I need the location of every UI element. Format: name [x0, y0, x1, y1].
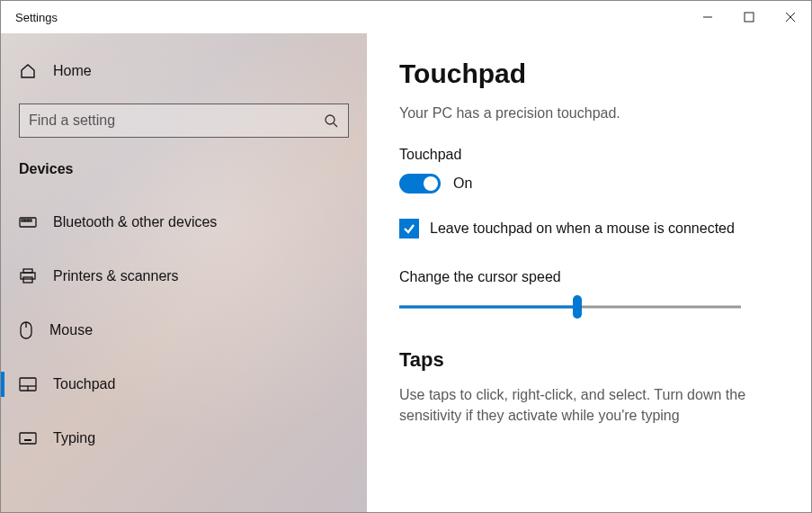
sidebar-item-touchpad[interactable]: Touchpad [1, 357, 367, 411]
toggle-knob [424, 176, 438, 191]
devices-icon [19, 215, 37, 230]
main-panel: Touchpad Your PC has a precision touchpa… [367, 33, 811, 512]
sidebar-item-label: Bluetooth & other devices [53, 214, 217, 230]
close-button[interactable] [770, 3, 811, 32]
touchpad-toggle[interactable] [399, 174, 441, 194]
sidebar-item-label: Touchpad [53, 376, 115, 392]
slider-thumb[interactable] [573, 295, 582, 319]
home-label: Home [53, 63, 92, 79]
sidebar-item-label: Mouse [49, 322, 93, 338]
svg-rect-18 [20, 433, 36, 444]
cursor-speed-label: Change the cursor speed [399, 269, 779, 285]
sidebar-item-label: Printers & scanners [53, 268, 179, 284]
sidebar-item-mouse[interactable]: Mouse [1, 303, 367, 357]
svg-point-4 [326, 115, 335, 124]
titlebar: Settings [1, 1, 811, 33]
sidebar-item-label: Typing [53, 430, 95, 446]
sidebar-item-printers[interactable]: Printers & scanners [1, 249, 367, 303]
search-container [19, 104, 349, 138]
category-title: Devices [1, 150, 367, 195]
svg-rect-12 [23, 277, 32, 283]
svg-rect-9 [29, 220, 31, 221]
sidebar-item-typing[interactable]: Typing [1, 411, 367, 465]
svg-rect-8 [25, 220, 28, 221]
search-icon [324, 113, 338, 128]
touchpad-icon [19, 377, 37, 392]
svg-rect-7 [22, 220, 24, 221]
leave-touchpad-checkbox[interactable] [399, 219, 419, 238]
leave-touchpad-label: Leave touchpad on when a mouse is connec… [430, 220, 735, 237]
home-nav[interactable]: Home [1, 46, 367, 96]
printer-icon [19, 268, 37, 284]
cursor-speed-slider[interactable] [399, 296, 741, 318]
svg-line-5 [334, 123, 337, 127]
search-input[interactable] [19, 104, 349, 138]
taps-section-title: Taps [399, 348, 779, 372]
toggle-state-text: On [453, 176, 472, 192]
svg-rect-1 [745, 13, 754, 22]
taps-description: Use taps to click, right-click, and sele… [399, 384, 779, 426]
sidebar: Home Devices Bluetooth & other devices [1, 33, 367, 512]
keyboard-icon [19, 432, 37, 445]
slider-fill [399, 306, 577, 309]
touchpad-toggle-label: Touchpad [399, 147, 779, 163]
home-icon [19, 62, 37, 80]
sidebar-item-bluetooth[interactable]: Bluetooth & other devices [1, 195, 367, 249]
mouse-icon [19, 321, 33, 339]
window-title: Settings [1, 11, 58, 24]
page-subtitle: Your PC has a precision touchpad. [399, 105, 779, 122]
minimize-button[interactable] [687, 3, 728, 32]
maximize-button[interactable] [728, 3, 770, 32]
page-title: Touchpad [399, 58, 779, 89]
